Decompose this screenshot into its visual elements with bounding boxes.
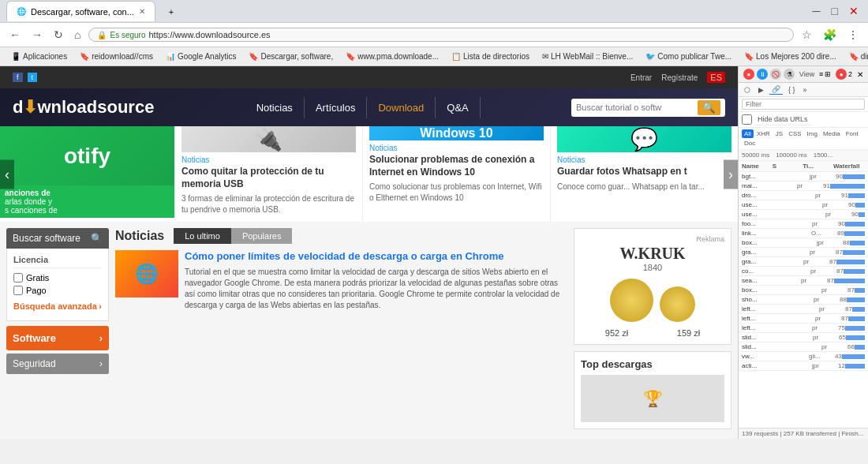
site-search-btn[interactable]: 🔍 — [698, 100, 720, 115]
bookmark-twitter[interactable]: 🐦Como publicar Twe... — [641, 51, 736, 62]
devtools-pause-btn[interactable]: ⏸ — [757, 69, 768, 80]
devtools-clear-btn[interactable]: 🚫 — [770, 69, 781, 80]
news-title[interactable]: Cómo poner límites de velocidad de desca… — [185, 250, 567, 264]
row-type-18: pr — [821, 343, 839, 350]
devtools-row-12[interactable]: box... pr 87 — [739, 286, 868, 295]
type-tab-js[interactable]: JS — [773, 129, 785, 138]
slider-next-btn[interactable]: › — [724, 159, 738, 189]
devtools-tab-sources[interactable]: { } — [786, 85, 798, 95]
devtools-row-2[interactable]: dro... pr 91 — [739, 191, 868, 200]
url-bar[interactable]: 🔒 Es seguro https://www.downloadsource.e… — [88, 28, 794, 42]
close-btn[interactable]: ✕ — [846, 3, 862, 19]
nav-articulos[interactable]: Artículos — [305, 97, 368, 118]
site-logo[interactable]: d⬇wnloadsource — [13, 97, 154, 118]
active-tab[interactable]: 🌐 Descargar, software, con... ✕ — [6, 1, 155, 21]
tab-lo-ultimo[interactable]: Lo ultimo — [174, 228, 231, 244]
bookmark-apps[interactable]: 📱Aplicaciones — [6, 51, 72, 62]
type-tab-font[interactable]: Font — [844, 129, 861, 138]
type-tab-img[interactable]: Img — [805, 129, 820, 138]
row-bar-19 — [842, 354, 865, 359]
type-tab-xhr[interactable]: XHR — [754, 129, 773, 138]
hide-url-checkbox[interactable] — [742, 114, 752, 125]
bookmark-webmail[interactable]: ✉LH WebMail :: Bienve... — [537, 51, 638, 62]
devtools-row-6[interactable]: link... O... 89 — [739, 229, 868, 238]
devtools-row-19[interactable]: vw... gli... 43 — [739, 352, 868, 361]
tab-populares[interactable]: Populares — [231, 228, 293, 244]
devtools-row-13[interactable]: sho... pr 88 — [739, 295, 868, 305]
devtools-row-7[interactable]: box... jpr 88 — [739, 238, 868, 248]
article-card-1[interactable]: 🔌 Noticias Como quitar la protección de … — [175, 126, 363, 222]
devtools-tab-console[interactable]: ▶ — [756, 85, 766, 95]
nav-qa[interactable]: Q&A — [436, 97, 480, 118]
back-btn[interactable]: ← — [6, 27, 24, 43]
devtools-row-15[interactable]: left... pr 87 — [739, 314, 868, 324]
extensions-btn[interactable]: 🧩 — [820, 27, 840, 43]
type-tab-doc[interactable]: Doc — [742, 139, 758, 148]
devtools-filter-btn[interactable]: ⚗ — [784, 69, 795, 80]
section-title: Noticias — [115, 229, 164, 243]
nav-download[interactable]: Download — [367, 97, 436, 118]
devtools-row-8[interactable]: gra... pr 87 — [739, 248, 868, 257]
social-tw[interactable]: t — [28, 73, 38, 82]
devtools-row-9[interactable]: gra... pr 87 — [739, 257, 868, 267]
devtools-row-4[interactable]: use... pr 90 — [739, 210, 868, 219]
bookmark-descargar[interactable]: 🔖Descargar, software, — [244, 51, 338, 62]
reload-btn[interactable]: ↻ — [51, 27, 66, 43]
site-search-input[interactable] — [576, 103, 694, 112]
devtools-row-3[interactable]: use... pr 90 — [739, 200, 868, 210]
devtools-tab-elements[interactable]: ⬡ — [742, 85, 753, 95]
tab-close-btn[interactable]: ✕ — [139, 7, 145, 16]
devtools-row-5[interactable]: foo... pr 90 — [739, 219, 868, 229]
new-tab-btn[interactable]: + — [162, 1, 181, 21]
devtools-record-btn[interactable]: ● — [743, 69, 754, 80]
slider-prev-btn[interactable]: ‹ — [0, 159, 14, 189]
devtools-row-11[interactable]: sea... pr 87 — [739, 276, 868, 286]
bookmark-analytics[interactable]: 📊Google Analytics — [161, 51, 241, 62]
devtools-row-14[interactable]: left... pr 87 — [739, 305, 868, 314]
software-section[interactable]: Software › — [6, 326, 109, 350]
devtools-close-btn[interactable]: ✕ — [857, 70, 863, 79]
devtools-row-1[interactable]: mai... pr 91 — [739, 181, 868, 191]
devtools-row-18[interactable]: slid... pr 66 — [739, 342, 868, 352]
bookmark-directorios[interactable]: 📋Lista de directorios — [447, 51, 534, 62]
security-section[interactable]: Seguridad › — [6, 354, 109, 374]
devtools-icon1[interactable]: ≡ — [819, 70, 823, 78]
forward-btn[interactable]: → — [28, 27, 46, 43]
bookmark-mejores[interactable]: 🔖Los Mejores 200 dire... — [739, 51, 841, 62]
sidebar-search-icon[interactable]: 🔍 — [91, 233, 103, 244]
social-fb[interactable]: f — [13, 73, 23, 82]
devtools-filter-input[interactable] — [742, 99, 865, 110]
article-card-3[interactable]: 💬 Noticias Guardar fotos Whatsapp en t C… — [551, 126, 738, 222]
devtools-tab-network[interactable]: 🔗 — [769, 84, 783, 95]
devtools-row-0[interactable]: bgt... jpr 90 — [739, 172, 868, 181]
bookmark-directorios2[interactable]: 🔖directorios gratuitos — [844, 51, 868, 62]
devtools-row-17[interactable]: slid... pr 65 — [739, 333, 868, 342]
checkbox-paid-input[interactable] — [13, 286, 23, 295]
home-btn[interactable]: ⌂ — [71, 27, 84, 43]
bookmark-star-btn[interactable]: ☆ — [799, 27, 815, 43]
minimize-btn[interactable]: ─ — [810, 3, 824, 19]
maximize-btn[interactable]: □ — [829, 3, 841, 19]
language-flag[interactable]: ES — [707, 72, 725, 83]
type-tab-media[interactable]: Media — [821, 129, 843, 138]
devtools-tab-more[interactable]: » — [801, 85, 810, 95]
register-link[interactable]: Regístrate — [661, 73, 698, 82]
advanced-search-link[interactable]: Búsqueda avanzada › — [13, 298, 102, 314]
login-link[interactable]: Entrar — [630, 73, 652, 82]
type-tab-css[interactable]: CSS — [786, 129, 803, 138]
nav-noticias[interactable]: Noticias — [245, 97, 305, 118]
article-card-2[interactable]: Windows 10 Noticias Solucionar problemas… — [363, 126, 551, 222]
checkbox-free-input[interactable] — [13, 273, 23, 283]
bookmark-reidownload[interactable]: 🔖reidownload//cms — [75, 51, 158, 62]
row-name-20: acti... — [742, 362, 812, 369]
devtools-row-20[interactable]: acti... jpr 12 — [739, 361, 868, 371]
bookmark-pma[interactable]: 🔖www.pma.downloade... — [341, 51, 443, 62]
devtools-row-16[interactable]: left... pr 75 — [739, 324, 868, 333]
checkbox-paid[interactable]: Pago — [13, 286, 102, 295]
menu-btn[interactable]: ⋮ — [844, 27, 862, 43]
type-tab-all[interactable]: All — [742, 129, 754, 138]
devtools-row-10[interactable]: co... pr 87 — [739, 267, 868, 276]
article-card-0[interactable]: otify anciones de arlas donde y s cancio… — [0, 126, 175, 222]
devtools-icon2[interactable]: ⊞ — [825, 70, 831, 78]
checkbox-free[interactable]: Gratis — [13, 273, 102, 283]
